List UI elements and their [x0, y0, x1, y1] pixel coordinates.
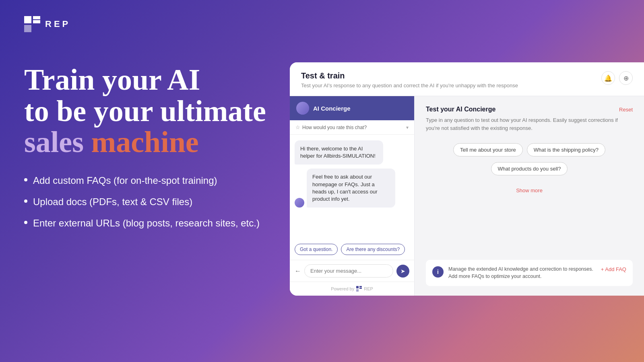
menu-icon-btn[interactable]: ⊕: [619, 71, 633, 85]
bullet-dot: [24, 178, 27, 181]
agent-small-avatar: [295, 198, 304, 208]
chat-rating-bar[interactable]: ☆ How would you rate this chat? ▾: [290, 120, 414, 135]
panel-title: Test & train: [301, 71, 518, 80]
notification-icon-btn[interactable]: 🔔: [601, 71, 615, 85]
reset-button[interactable]: Reset: [619, 107, 633, 113]
panel-header-icons: 🔔 ⊕: [601, 71, 633, 85]
bullet-item-2: Upload docs (PDFs, text & CSV files): [24, 195, 298, 208]
chat-message-1: Hi there, welcome to the AI helper for A…: [295, 140, 383, 165]
chat-agent-name: AI Concierge: [313, 105, 351, 112]
chat-input-area: ← ➤: [290, 260, 414, 282]
headline-sales: sales: [24, 125, 84, 158]
show-more-link[interactable]: Show more: [426, 187, 633, 193]
svg-rect-3: [24, 25, 31, 32]
chat-message-input[interactable]: [304, 264, 393, 278]
header: REP: [24, 16, 70, 32]
test-column: Test your AI Concierge Reset Type in any…: [415, 96, 644, 296]
chat-messages: Hi there, welcome to the AI helper for A…: [290, 135, 414, 241]
panel-subtitle: Test your AI's response to any question …: [301, 82, 518, 88]
right-panel: Test & train Test your AI's response to …: [290, 62, 644, 296]
chip-row-2: What products do you sell?: [426, 162, 633, 175]
panel-header: Test & train Test your AI's response to …: [290, 62, 644, 96]
suggestion-chip-shipping[interactable]: What is the shipping policy?: [527, 143, 605, 156]
chat-powered-by: Powered by REP: [290, 282, 414, 296]
left-content: Train your AI to be your ultimate sales …: [24, 64, 298, 230]
headline: Train your AI to be your ultimate sales …: [24, 64, 298, 158]
chat-window: AI Concierge ☆ How would you rate this c…: [290, 96, 414, 296]
suggestion-chips: Tell me about your store What is the shi…: [426, 143, 633, 175]
bullet-dot: [24, 200, 27, 203]
quick-reply-btn-1[interactable]: Got a question.: [295, 244, 338, 255]
panel-title-group: Test & train Test your AI's response to …: [301, 71, 518, 88]
svg-rect-7: [356, 289, 359, 292]
headline-machine: machine: [91, 125, 199, 158]
suggestion-chip-store[interactable]: Tell me about your store: [453, 143, 523, 156]
logo-text: REP: [45, 19, 70, 29]
chat-rating-text: ☆ How would you rate this chat?: [295, 124, 367, 130]
bullet-item-1: Add custom FAQs (for on-the-spot trainin…: [24, 174, 298, 187]
bullet-list: Add custom FAQs (for on-the-spot trainin…: [24, 174, 298, 230]
chat-message-2: Feel free to ask about our homepage or F…: [307, 169, 395, 208]
chip-row-1: Tell me about your store What is the shi…: [426, 143, 633, 156]
test-description: Type in any question to test out how you…: [426, 116, 633, 132]
quick-reply-btn-2[interactable]: Are there any discounts?: [341, 244, 405, 255]
svg-rect-4: [356, 286, 359, 288]
chat-header: AI Concierge: [290, 96, 414, 120]
info-text: Manage the extended AI knowledge and cor…: [448, 265, 596, 281]
svg-rect-2: [33, 20, 40, 23]
chat-column: AI Concierge ☆ How would you rate this c…: [290, 96, 415, 296]
back-arrow-icon[interactable]: ←: [295, 267, 301, 275]
test-section-title: Test your AI Concierge: [426, 106, 495, 113]
test-section-header: Test your AI Concierge Reset: [426, 106, 633, 113]
rep-small-logo-icon: [356, 286, 362, 292]
suggestion-chip-products[interactable]: What products do you sell?: [491, 162, 568, 175]
svg-rect-1: [33, 16, 40, 19]
rep-logo-icon: [24, 16, 40, 32]
star-icon: ☆: [295, 124, 300, 130]
bullet-dot: [24, 221, 27, 224]
panel-body: AI Concierge ☆ How would you rate this c…: [290, 96, 644, 296]
chat-agent-avatar: [296, 102, 309, 115]
quick-replies: Got a question. Are there any discounts?: [290, 241, 414, 260]
svg-rect-0: [24, 16, 31, 23]
add-faq-button[interactable]: + Add FAQ: [601, 266, 626, 272]
info-icon: i: [432, 266, 444, 278]
test-info-bar: i Manage the extended AI knowledge and c…: [426, 260, 633, 286]
chat-message-2-wrapper: Feel free to ask about our homepage or F…: [295, 169, 409, 208]
svg-rect-5: [359, 286, 362, 287]
chat-send-button[interactable]: ➤: [396, 265, 409, 278]
chevron-down-icon: ▾: [406, 125, 409, 130]
bullet-item-3: Enter external URLs (blog posts, researc…: [24, 217, 298, 229]
svg-rect-6: [359, 288, 362, 289]
